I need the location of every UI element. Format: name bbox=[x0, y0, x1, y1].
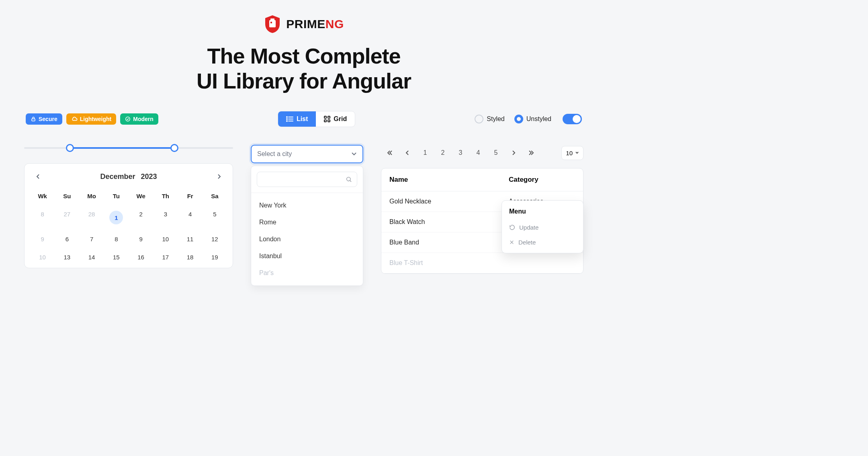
svg-point-15 bbox=[347, 177, 350, 181]
calendar-day[interactable]: 8 bbox=[30, 205, 55, 230]
page-prev[interactable] bbox=[399, 145, 416, 161]
page-size-select[interactable]: 10 bbox=[561, 146, 583, 160]
lock-icon bbox=[31, 116, 36, 122]
calendar-day[interactable]: 2 bbox=[129, 205, 153, 230]
th-name[interactable]: Name bbox=[389, 176, 509, 184]
calendar-day[interactable]: 10 bbox=[30, 248, 55, 266]
svg-rect-3 bbox=[32, 119, 35, 121]
menu-title: Menu bbox=[502, 206, 583, 220]
dropdown-option[interactable]: Par's bbox=[251, 265, 363, 281]
calendar-day[interactable]: 9 bbox=[129, 230, 153, 248]
menu-delete[interactable]: Delete bbox=[502, 235, 583, 250]
refresh-icon bbox=[509, 224, 515, 230]
check-circle-icon bbox=[125, 116, 131, 122]
calendar-day[interactable]: 12 bbox=[203, 230, 227, 248]
style-radio-group: Styled Unstyled bbox=[475, 115, 551, 123]
dropdown-trigger[interactable]: Select a city bbox=[251, 145, 363, 163]
page-number[interactable]: 2 bbox=[434, 145, 452, 161]
slider-handle-start[interactable] bbox=[66, 144, 74, 152]
dropdown-option[interactable]: London bbox=[251, 231, 363, 248]
svg-rect-1 bbox=[270, 18, 274, 21]
cloud-icon bbox=[71, 116, 78, 122]
calendar-day[interactable]: 15 bbox=[104, 248, 129, 266]
calendar-day[interactable]: 7 bbox=[80, 230, 104, 248]
cell-name: Blue Band bbox=[389, 239, 509, 246]
calendar-day[interactable]: 11 bbox=[178, 230, 203, 248]
grid-icon bbox=[324, 116, 330, 122]
calendar-day[interactable]: 8 bbox=[104, 230, 129, 248]
radio-unstyled[interactable]: Unstyled bbox=[514, 115, 551, 123]
calendar-day[interactable]: 3 bbox=[153, 205, 178, 230]
calendar-dow: Mo bbox=[80, 187, 104, 205]
slider-fill bbox=[70, 147, 174, 149]
page-number[interactable]: 4 bbox=[469, 145, 487, 161]
badge-lightweight: Lightweight bbox=[66, 113, 117, 125]
calendar-next[interactable] bbox=[213, 171, 225, 182]
page-next[interactable] bbox=[505, 145, 522, 161]
table-header: Name Category bbox=[381, 168, 583, 191]
badge-modern: Modern bbox=[120, 113, 158, 125]
search-icon bbox=[346, 176, 352, 183]
calendar-day[interactable]: 6 bbox=[55, 230, 79, 248]
calendar-prev[interactable] bbox=[33, 171, 44, 182]
page-headline: The Most Complete UI Library for Angular bbox=[197, 43, 411, 93]
calendar-day[interactable]: 27 bbox=[55, 205, 79, 230]
cell-name: Blue T-Shirt bbox=[389, 259, 509, 267]
calendar: December 2023 WkSuMoTuWeThFrSa8272812345… bbox=[24, 163, 233, 268]
page-first[interactable] bbox=[381, 145, 399, 161]
brand-text: PRIMENG bbox=[286, 17, 344, 31]
svg-line-16 bbox=[350, 181, 351, 182]
calendar-dow: We bbox=[129, 187, 153, 205]
seg-list[interactable]: List bbox=[278, 111, 316, 127]
radio-styled[interactable]: Styled bbox=[475, 115, 504, 123]
calendar-dow: Th bbox=[153, 187, 178, 205]
context-menu: Menu Update Delete bbox=[502, 200, 583, 253]
calendar-title: December 2023 bbox=[100, 173, 157, 181]
chevron-down-icon bbox=[351, 152, 357, 156]
svg-rect-14 bbox=[328, 120, 330, 122]
calendar-day[interactable]: 19 bbox=[203, 248, 227, 266]
dropdown-placeholder: Select a city bbox=[257, 150, 292, 158]
list-icon bbox=[286, 116, 293, 122]
svg-rect-2 bbox=[270, 22, 272, 23]
calendar-day[interactable]: 9 bbox=[30, 230, 55, 248]
calendar-day[interactable]: 1 bbox=[104, 205, 129, 230]
slider-handle-end[interactable] bbox=[170, 144, 178, 152]
dropdown-option[interactable]: New York bbox=[251, 197, 363, 214]
calendar-day[interactable]: 5 bbox=[203, 205, 227, 230]
page-number[interactable]: 5 bbox=[487, 145, 505, 161]
table-row[interactable]: Blue T-Shirt bbox=[381, 253, 583, 273]
dropdown-option[interactable]: Istanbul bbox=[251, 248, 363, 265]
svg-point-8 bbox=[287, 117, 287, 117]
page-last[interactable] bbox=[522, 145, 540, 161]
calendar-day[interactable]: 14 bbox=[80, 248, 104, 266]
dropdown-option[interactable]: Rome bbox=[251, 214, 363, 231]
view-segmented: List Grid bbox=[278, 111, 355, 127]
seg-grid[interactable]: Grid bbox=[316, 111, 355, 127]
dropdown-search[interactable] bbox=[257, 172, 357, 187]
calendar-day[interactable]: 17 bbox=[153, 248, 178, 266]
page-number[interactable]: 1 bbox=[416, 145, 434, 161]
range-slider[interactable] bbox=[24, 145, 233, 151]
switch-knob bbox=[573, 115, 581, 123]
th-category[interactable]: Category bbox=[509, 176, 575, 184]
calendar-dow: Tu bbox=[104, 187, 129, 205]
calendar-day[interactable]: 13 bbox=[55, 248, 79, 266]
menu-update[interactable]: Update bbox=[502, 220, 583, 235]
radio-icon bbox=[514, 115, 523, 123]
badge-group: Secure Lightweight Modern bbox=[26, 113, 158, 125]
svg-point-10 bbox=[287, 121, 287, 121]
page-number[interactable]: 3 bbox=[452, 145, 469, 161]
cell-category bbox=[509, 259, 575, 267]
cell-name: Black Watch bbox=[389, 218, 509, 226]
close-icon bbox=[509, 240, 514, 245]
brand-logo: PRIMENG bbox=[264, 14, 344, 34]
calendar-dow: Wk bbox=[30, 187, 55, 205]
toggle-switch[interactable] bbox=[563, 114, 582, 124]
calendar-day[interactable]: 16 bbox=[129, 248, 153, 266]
calendar-day[interactable]: 4 bbox=[178, 205, 203, 230]
calendar-day[interactable]: 18 bbox=[178, 248, 203, 266]
calendar-day[interactable]: 28 bbox=[80, 205, 104, 230]
calendar-day[interactable]: 10 bbox=[153, 230, 178, 248]
svg-point-9 bbox=[287, 119, 287, 119]
